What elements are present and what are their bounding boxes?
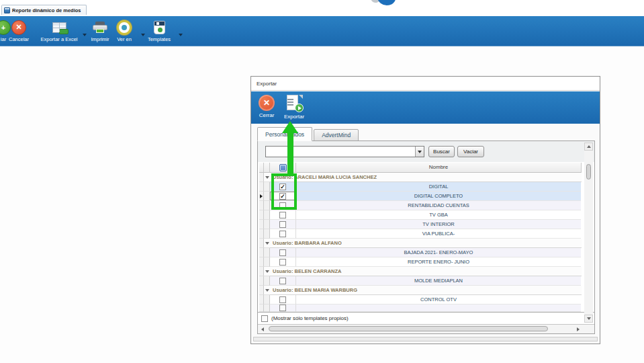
panel-footer: (Mostrar sólo templates propios) — [258, 312, 594, 324]
row-checkbox[interactable] — [279, 231, 286, 237]
templates-icon — [154, 19, 165, 35]
exportar-a-excel-button[interactable]: Exportar a Excel — [38, 16, 81, 46]
vertical-scrollbar-thumb[interactable] — [586, 164, 591, 179]
printer-icon — [93, 19, 107, 35]
template-name-cell[interactable]: DIGITAL COMPLETO — [296, 192, 581, 201]
dialog-toolbar: ✕ Cerrar Exportar — [251, 91, 600, 124]
template-name-cell[interactable]: TV INTERIOR — [296, 220, 581, 229]
cancel-icon: ✕ — [11, 19, 26, 35]
template-row[interactable]: VIA PUBLICA- — [259, 229, 582, 239]
row-indicator-cell — [259, 210, 264, 220]
template-row[interactable]: ✓DIGITAL COMPLETO — [259, 192, 582, 201]
template-row[interactable]: REPORTE ENERO- JUNIO — [259, 257, 582, 267]
scroll-up-icon[interactable] — [584, 143, 593, 151]
row-spacer-cell — [264, 182, 270, 192]
group-collapse-icon[interactable] — [264, 286, 270, 295]
main-toolbar: + iar ✕ Cancelar Exportar a Excel Imprim… — [0, 16, 644, 46]
template-row[interactable]: CONTROL OTV — [259, 295, 582, 305]
template-row[interactable]: BAJADA 2021- ENERO-MAYO — [259, 248, 582, 257]
row-indicator-cell — [259, 248, 264, 257]
template-row[interactable]: TV INTERIOR — [259, 220, 582, 229]
show-own-templates-checkbox[interactable] — [261, 315, 268, 322]
group-collapse-icon[interactable] — [264, 173, 270, 182]
group-label: Usuario: BARBARA ALFANO — [270, 239, 582, 248]
combo-dropdown-icon[interactable] — [415, 147, 424, 157]
template-row[interactable] — [259, 305, 582, 312]
annotation-highlight-box — [271, 173, 297, 210]
group-collapse-icon[interactable] — [264, 267, 270, 276]
template-name-cell[interactable]: CONTROL OTV — [296, 295, 581, 305]
template-name-cell[interactable]: MOLDE MEDIAPLAN — [296, 276, 581, 286]
templates-dropdown-caret-icon[interactable] — [179, 34, 183, 36]
vertical-scrollbar[interactable] — [584, 143, 593, 323]
horizontal-scrollbar-thumb[interactable] — [269, 326, 548, 331]
template-name-cell[interactable]: VIA PUBLICA- — [296, 229, 581, 239]
row-spacer-cell — [264, 248, 270, 257]
grid-rows: Usuario: ARACELI MARIA LUCIA SANCHEZ✓DIG… — [259, 173, 582, 312]
group-row[interactable]: Usuario: ARACELI MARIA LUCIA SANCHEZ — [259, 173, 582, 182]
scroll-right-icon[interactable] — [574, 325, 582, 333]
tab-advertmind[interactable]: AdvertMind — [314, 129, 359, 141]
group-label: Usuario: BELEN CARRANZA — [270, 267, 582, 276]
row-checkbox[interactable] — [279, 259, 286, 266]
excel-icon — [52, 19, 66, 35]
buscar-button[interactable]: Buscar — [428, 146, 455, 157]
row-checkbox-cell[interactable] — [270, 276, 296, 286]
row-checkbox-cell[interactable] — [270, 229, 296, 239]
group-row[interactable]: Usuario: BELEN CARRANZA — [259, 267, 582, 276]
template-name-cell[interactable]: BAJADA 2021- ENERO-MAYO — [296, 248, 581, 257]
row-indicator-cell — [259, 220, 264, 229]
group-collapse-icon[interactable] — [264, 239, 270, 248]
row-checkbox[interactable] — [279, 305, 286, 311]
scroll-down-icon[interactable] — [584, 315, 593, 323]
row-indicator-cell — [259, 192, 264, 201]
row-indicator-cell — [259, 257, 264, 267]
row-checkbox[interactable] — [279, 212, 286, 218]
row-spacer-cell — [264, 295, 270, 305]
select-all-checkbox-icon[interactable] — [279, 164, 287, 171]
row-indicator-cell — [259, 276, 264, 286]
row-checkbox[interactable] — [279, 249, 286, 256]
template-name-cell[interactable]: REPORTE ENERO- JUNIO — [296, 257, 581, 267]
annotation-arrow-head-icon — [282, 121, 298, 133]
ver-en-button[interactable]: Ver en — [111, 16, 138, 46]
template-name-cell[interactable]: RENTABILIDAD CUENTAS — [296, 201, 581, 210]
row-checkbox[interactable] — [279, 296, 286, 303]
cancelar-button[interactable]: ✕ Cancelar — [4, 16, 34, 46]
column-header-nombre[interactable]: Nombre — [296, 163, 582, 173]
horizontal-scrollbar[interactable] — [258, 324, 594, 333]
dialog-title: Exportar — [251, 77, 600, 91]
templates-button[interactable]: Templates — [143, 16, 175, 46]
row-spacer-cell — [264, 220, 270, 229]
template-name-cell[interactable]: TV GBA — [296, 210, 581, 220]
row-checkbox-cell[interactable] — [270, 248, 296, 257]
exportar-button[interactable]: Exportar — [279, 93, 309, 123]
row-indicator-cell — [259, 239, 264, 248]
group-row[interactable]: Usuario: BARBARA ALFANO — [259, 239, 582, 248]
row-checkbox[interactable] — [279, 278, 286, 284]
template-name-cell[interactable]: DIGITAL — [296, 182, 581, 192]
row-checkbox[interactable] — [279, 221, 286, 228]
search-strip: Buscar Vaciar — [258, 141, 594, 162]
templates-panel: Buscar Vaciar Nombre Usuario: ARACELI MA… — [257, 140, 595, 334]
cerrar-button[interactable]: ✕ Cerrar — [253, 93, 280, 123]
template-row[interactable]: ✓DIGITAL — [259, 182, 582, 192]
export-doc-icon — [285, 95, 303, 112]
report-doc-icon — [4, 7, 10, 13]
eye-icon — [117, 19, 132, 35]
template-name-cell[interactable] — [296, 305, 581, 312]
scroll-left-icon[interactable] — [259, 325, 267, 333]
row-checkbox-cell[interactable] — [270, 257, 296, 267]
row-checkbox-cell[interactable] — [270, 220, 296, 229]
row-indicator-cell — [259, 305, 264, 312]
row-checkbox-cell[interactable] — [270, 210, 296, 220]
tab-reporte-dinamico[interactable]: Reporte dinámico de medios — [1, 5, 87, 15]
vaciar-button[interactable]: Vaciar — [457, 146, 484, 157]
template-row[interactable]: TV GBA — [259, 210, 582, 220]
template-row[interactable]: RENTABILIDAD CUENTAS — [259, 201, 582, 210]
header-indicator-cell — [259, 163, 264, 173]
group-row[interactable]: Usuario: BELEN MARIA WARBURG — [259, 286, 582, 295]
row-checkbox-cell[interactable] — [270, 295, 296, 305]
template-row[interactable]: MOLDE MEDIAPLAN — [259, 276, 582, 286]
row-checkbox-cell[interactable] — [270, 305, 296, 312]
